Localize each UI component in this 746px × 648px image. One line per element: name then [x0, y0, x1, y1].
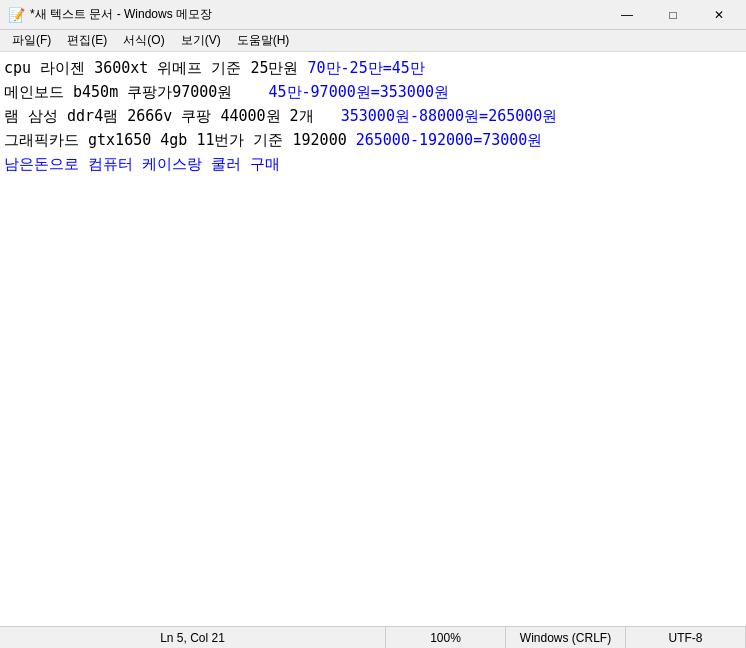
notepad-icon: 📝: [8, 7, 24, 23]
menu-help[interactable]: 도움말(H): [229, 30, 298, 52]
editor-line: cpu 라이젠 3600xt 위메프 기준 25만원 70만-25만=45만: [4, 56, 742, 80]
menu-file[interactable]: 파일(F): [4, 30, 59, 52]
editor-content[interactable]: cpu 라이젠 3600xt 위메프 기준 25만원 70만-25만=45만메인…: [0, 52, 746, 626]
close-button[interactable]: ✕: [696, 0, 742, 30]
minimize-button[interactable]: —: [604, 0, 650, 30]
title-bar-left: 📝 *새 텍스트 문서 - Windows 메모장: [8, 6, 212, 23]
status-bar: Ln 5, Col 21 100% Windows (CRLF) UTF-8: [0, 626, 746, 648]
line-ending: Windows (CRLF): [506, 627, 626, 648]
editor-line: 그래픽카드 gtx1650 4gb 11번가 기준 192000 265000-…: [4, 128, 742, 152]
zoom-level: 100%: [386, 627, 506, 648]
menu-format[interactable]: 서식(O): [115, 30, 172, 52]
window-title: *새 텍스트 문서 - Windows 메모장: [30, 6, 212, 23]
maximize-button[interactable]: □: [650, 0, 696, 30]
title-bar: 📝 *새 텍스트 문서 - Windows 메모장 — □ ✕: [0, 0, 746, 30]
encoding: UTF-8: [626, 627, 746, 648]
editor-line: 남은돈으로 컴퓨터 케이스랑 쿨러 구매: [4, 152, 742, 176]
editor-line: 메인보드 b450m 쿠팡가97000원 45만-97000원=353000원: [4, 80, 742, 104]
menu-edit[interactable]: 편집(E): [59, 30, 115, 52]
editor-container: cpu 라이젠 3600xt 위메프 기준 25만원 70만-25만=45만메인…: [0, 52, 746, 626]
menu-view[interactable]: 보기(V): [173, 30, 229, 52]
cursor-position: Ln 5, Col 21: [0, 627, 386, 648]
title-bar-controls: — □ ✕: [604, 0, 742, 30]
editor-line: 램 삼성 ddr4램 2666v 쿠팡 44000원 2개 353000원-88…: [4, 104, 742, 128]
menu-bar: 파일(F) 편집(E) 서식(O) 보기(V) 도움말(H): [0, 30, 746, 52]
